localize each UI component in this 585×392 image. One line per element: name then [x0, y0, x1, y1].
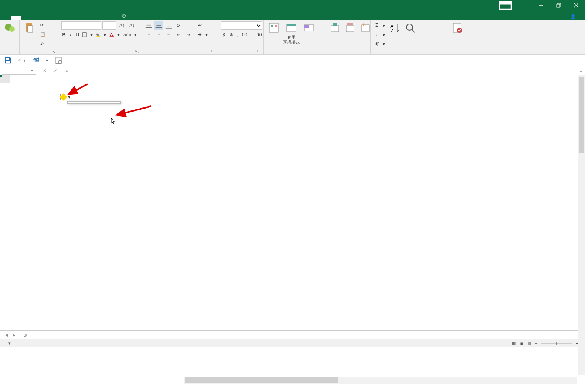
sheet-nav[interactable]: ◄►: [0, 332, 21, 338]
dropdown-icon[interactable]: ▾: [102, 31, 107, 39]
align-top-button[interactable]: [145, 21, 153, 30]
tab-pdf[interactable]: [107, 16, 118, 20]
font-name-select[interactable]: [61, 21, 101, 30]
increase-indent-button[interactable]: ⇥: [184, 31, 193, 39]
sort-filter-button[interactable]: AZ: [387, 21, 403, 36]
bold-button[interactable]: B: [61, 31, 67, 39]
dialog-launcher-icon[interactable]: [257, 50, 261, 53]
share-button[interactable]: 👤: [570, 14, 581, 19]
align-bottom-button[interactable]: [164, 21, 173, 30]
underline-button[interactable]: U: [75, 31, 80, 39]
tab-review[interactable]: [75, 16, 86, 20]
redo-button[interactable]: [31, 56, 40, 65]
horizontal-scrollbar[interactable]: [184, 377, 577, 384]
fx-button[interactable]: fx: [63, 68, 70, 73]
decrease-indent-button[interactable]: ⇤: [174, 31, 183, 39]
align-left-button[interactable]: ≡: [145, 31, 153, 39]
group-label: [2, 48, 17, 54]
qat-dropdown[interactable]: ▾: [45, 56, 49, 65]
dropdown-icon[interactable]: ▾: [89, 31, 94, 39]
tab-file[interactable]: [0, 16, 11, 20]
search-icon: [404, 22, 416, 34]
view-normal-button[interactable]: ▦: [512, 341, 516, 346]
print-preview-button[interactable]: [54, 56, 63, 65]
wrap-text-button[interactable]: ↩: [197, 21, 209, 30]
insert-cells-button[interactable]: [327, 21, 343, 36]
increase-font-button[interactable]: A↑: [118, 21, 126, 30]
cell-style-button[interactable]: [301, 21, 317, 36]
invoice-verify-button[interactable]: [450, 21, 465, 40]
decrease-decimal-button[interactable]: ←.00: [252, 31, 260, 39]
tab-view[interactable]: [86, 16, 96, 20]
svg-line-40: [412, 29, 415, 32]
merge-center-button[interactable]: ⬌ ▾: [197, 31, 209, 39]
dialog-launcher-icon[interactable]: [211, 50, 215, 53]
dialog-launcher-icon[interactable]: [135, 50, 139, 53]
number-format-select[interactable]: [221, 21, 262, 30]
scrollbar-thumb[interactable]: [579, 77, 584, 153]
send-to-wechat-button[interactable]: [2, 21, 18, 40]
zoom-out-button[interactable]: −: [535, 341, 537, 346]
format-painter-button[interactable]: 🖌: [38, 40, 49, 48]
worksheet-grid[interactable]: ! ▾: [0, 75, 585, 330]
tab-data[interactable]: [64, 16, 75, 20]
percent-button[interactable]: %: [228, 31, 233, 39]
window-controls: [532, 0, 585, 11]
paste-button[interactable]: [22, 21, 37, 36]
select-all-button[interactable]: [0, 75, 10, 83]
tab-home[interactable]: [11, 16, 21, 20]
tab-insert[interactable]: [32, 16, 43, 20]
cut-button[interactable]: ✂: [38, 21, 49, 30]
find-select-button[interactable]: [403, 21, 418, 36]
ribbon-display-options[interactable]: [498, 0, 513, 11]
scrollbar-thumb[interactable]: [185, 377, 338, 383]
orientation-button[interactable]: ⟳: [174, 21, 183, 30]
group-label: [373, 49, 445, 54]
zoom-slider[interactable]: [541, 343, 572, 344]
align-center-button[interactable]: ≡: [154, 31, 163, 39]
view-layout-button[interactable]: ▣: [520, 341, 523, 346]
delete-cells-button[interactable]: [343, 21, 358, 36]
cancel-formula-button[interactable]: ✕: [41, 68, 48, 73]
phonetic-button[interactable]: wén: [123, 31, 131, 39]
copy-button[interactable]: 📋: [38, 31, 49, 39]
clear-button[interactable]: ◐ ▾: [374, 40, 387, 48]
close-button[interactable]: [567, 0, 585, 11]
dropdown-icon[interactable]: ▾: [67, 94, 71, 100]
fill-button[interactable]: ↓ ▾: [374, 31, 387, 39]
dropdown-icon[interactable]: ▾: [133, 31, 138, 39]
table-format-button[interactable]: 套用表格格式: [281, 21, 301, 45]
italic-button[interactable]: I: [68, 31, 73, 39]
restore-button[interactable]: [550, 0, 567, 11]
name-box[interactable]: ▾: [2, 67, 36, 75]
undo-button[interactable]: ↶ ▾: [18, 56, 26, 65]
tell-me[interactable]: [122, 13, 128, 20]
comma-button[interactable]: ,: [235, 31, 240, 39]
dialog-launcher-icon[interactable]: [52, 50, 55, 53]
vertical-scrollbar[interactable]: [578, 75, 585, 375]
currency-button[interactable]: $: [221, 31, 226, 39]
increase-decimal-button[interactable]: .00→: [242, 31, 250, 39]
font-size-select[interactable]: [102, 21, 116, 30]
border-button[interactable]: [82, 31, 87, 39]
conditional-format-button[interactable]: [266, 21, 281, 36]
expand-formula-bar-button[interactable]: ⌄: [577, 68, 585, 73]
align-right-button[interactable]: ≡: [164, 31, 173, 39]
tab-templates[interactable]: [21, 16, 32, 20]
tab-layout[interactable]: [43, 16, 54, 20]
align-middle-button[interactable]: [154, 21, 163, 30]
view-pagebreak-button[interactable]: ▤: [527, 341, 531, 346]
minimize-button[interactable]: [532, 0, 550, 11]
enter-formula-button[interactable]: ✓: [52, 68, 59, 73]
tab-formulas[interactable]: [54, 16, 64, 20]
fill-color-button[interactable]: [96, 31, 101, 39]
autosum-button[interactable]: Σ ▾: [374, 21, 387, 30]
font-color-button[interactable]: A: [109, 31, 114, 39]
add-sheet-button[interactable]: ⊕: [21, 332, 30, 338]
tab-developer[interactable]: [96, 16, 107, 20]
svg-rect-32: [331, 26, 339, 32]
error-smart-tag[interactable]: ! ▾: [60, 94, 71, 100]
dropdown-icon[interactable]: ▾: [116, 31, 121, 39]
save-button[interactable]: [4, 56, 12, 65]
decrease-font-button[interactable]: A↓: [128, 21, 136, 30]
